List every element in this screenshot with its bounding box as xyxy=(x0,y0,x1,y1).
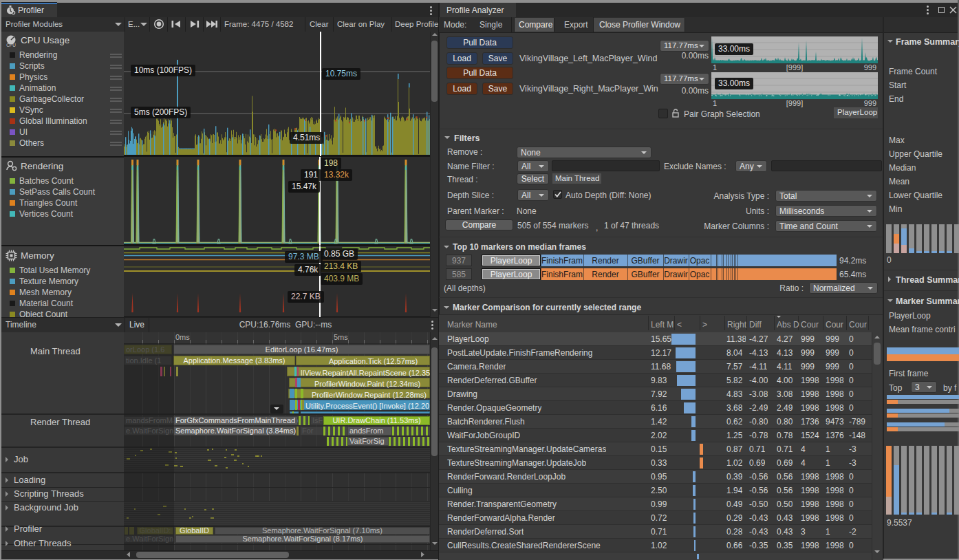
svg-text:CPU: CPU xyxy=(6,43,16,47)
